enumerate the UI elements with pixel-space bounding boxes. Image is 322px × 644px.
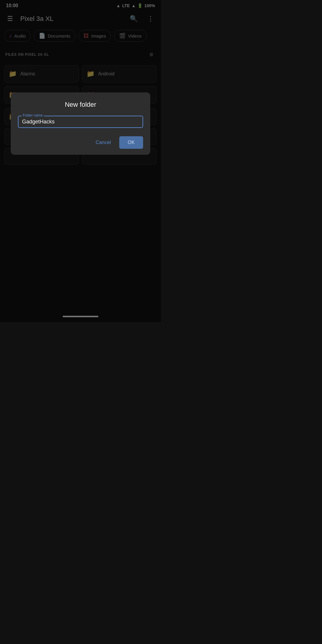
folder-name-input-wrapper: Folder name xyxy=(18,116,143,128)
dialog-overlay xyxy=(0,0,161,322)
folder-name-label: Folder name xyxy=(21,113,44,117)
folder-name-input[interactable] xyxy=(22,119,139,125)
ok-button[interactable]: OK xyxy=(119,136,143,149)
dialog-actions: Cancel OK xyxy=(18,136,143,149)
cancel-button[interactable]: Cancel xyxy=(91,137,116,148)
new-folder-dialog: New folder Folder name Cancel OK xyxy=(11,92,150,155)
dialog-title: New folder xyxy=(18,101,143,109)
